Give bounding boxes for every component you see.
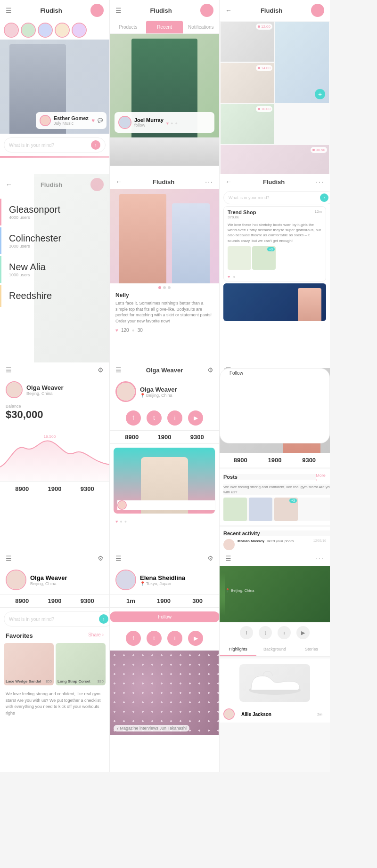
brand-hero: Brand 📍 Beijing, China: [220, 566, 330, 622]
follow-button-2[interactable]: Follow: [110, 611, 220, 622]
post-carousel-dots: [110, 283, 219, 292]
heart-icon[interactable]: ♥: [91, 117, 95, 124]
share-link[interactable]: Share ›: [88, 632, 104, 639]
hamburger-icon-6[interactable]: ☰: [6, 555, 12, 562]
posts-section: Posts More › We love feeling strong and …: [220, 469, 330, 525]
hero-stat-val-2: 1900: [268, 457, 282, 464]
bubble-icon-3: ●: [233, 274, 235, 279]
avatar-2[interactable]: [200, 4, 213, 17]
social-user-location: 📍 Beijing, China: [140, 393, 220, 398]
contact-instagram-button[interactable]: i: [167, 631, 182, 646]
fav-item-2[interactable]: Long Strap Corset $35: [56, 643, 106, 685]
follow-button[interactable]: Follow: [220, 368, 330, 443]
soc-stat-val-2: 1900: [158, 434, 172, 441]
feed-input-bar[interactable]: What is in your mind? ›: [4, 137, 106, 153]
shop-item-4[interactable]: 08.50: [221, 145, 329, 174]
hamburger-icon-8[interactable]: ☰: [225, 555, 231, 562]
avatar[interactable]: [90, 4, 104, 17]
heart-count: 120: [121, 328, 129, 333]
brand-youtube-button[interactable]: ▶: [296, 626, 310, 639]
brand-shoes-section: [220, 659, 330, 706]
post-figure-1: [119, 194, 166, 283]
city-item-3[interactable]: New Alia 1000 users: [0, 256, 109, 283]
city-name-4: Reedshire: [9, 290, 102, 301]
heart-icon-2[interactable]: ♥: [166, 121, 169, 126]
price-badge-1: 12.00: [256, 24, 272, 30]
contact-youtube-button[interactable]: ▶: [188, 631, 203, 646]
youtube-button[interactable]: ▶: [188, 410, 203, 426]
heart-icon-5[interactable]: ♥: [115, 519, 118, 524]
panel-social-feed: ☰ Fludish Esther Gomez July Music ♥ 💬: [0, 0, 110, 174]
fav-item-price-2: $35: [98, 679, 104, 683]
send-button[interactable]: ›: [91, 140, 100, 150]
gear-icon-3[interactable]: ⚙: [98, 555, 104, 562]
gear-icon-2[interactable]: ⚙: [207, 366, 213, 374]
posts-more[interactable]: More ›: [316, 473, 326, 482]
gear-icon[interactable]: ⚙: [98, 366, 104, 374]
tab-recent[interactable]: Recent: [146, 21, 182, 33]
brand-tab-stories[interactable]: Stories: [293, 643, 330, 656]
contact-facebook-button[interactable]: f: [126, 631, 141, 646]
story-avatar-2[interactable]: [21, 23, 36, 38]
city-item-2[interactable]: Colinchester 3000 users: [0, 227, 109, 254]
hamburger-icon-2[interactable]: ☰: [115, 7, 122, 14]
facebook-button[interactable]: f: [126, 410, 141, 426]
city-item-4[interactable]: Reedshire: [0, 285, 109, 307]
back-arrow-icon[interactable]: ←: [225, 7, 232, 14]
back-arrow-3[interactable]: ←: [115, 178, 122, 185]
more-icon-2[interactable]: ···: [316, 178, 324, 185]
topbar-1: ☰ Fludish: [0, 0, 109, 21]
heart-icon-3[interactable]: ♥: [115, 328, 118, 333]
story-avatar-4[interactable]: [55, 23, 70, 38]
hamburger-icon-4[interactable]: ☰: [115, 366, 122, 374]
story-avatar-1[interactable]: [4, 23, 19, 38]
soc-stat-2: 1900: [158, 434, 172, 441]
fav-item-price-1: $55: [46, 679, 52, 683]
shop-item-3[interactable]: 10.00: [221, 104, 274, 144]
tab-notifications[interactable]: Notifications: [183, 21, 219, 33]
more-icon[interactable]: ···: [205, 178, 213, 185]
message-icon[interactable]: 💬: [98, 118, 103, 123]
brand-twitter-button[interactable]: t: [259, 626, 272, 639]
brand-instagram-button[interactable]: i: [278, 626, 291, 639]
shop-item-2[interactable]: 14.00: [221, 63, 274, 103]
instagram-button[interactable]: i: [167, 410, 182, 426]
contact-user-name: Elena Sheidlina: [140, 574, 220, 581]
twitter-button[interactable]: t: [147, 410, 162, 426]
brand-tab-highlights[interactable]: Highlights: [220, 643, 256, 656]
hamburger-icon-7[interactable]: ☰: [115, 555, 122, 562]
back-arrow-2[interactable]: ←: [6, 181, 12, 188]
add-button[interactable]: +: [315, 89, 325, 99]
location-pin-icon-2: 📍: [140, 581, 145, 586]
shop-item-1[interactable]: 12.00: [221, 22, 274, 62]
soc-stat-3: 9300: [190, 434, 204, 441]
fav-item-name-2: Long Strap Corset: [57, 679, 90, 683]
brand-shoe-image: [239, 664, 310, 702]
brand-facebook-button[interactable]: f: [240, 626, 253, 639]
hamburger-icon[interactable]: ☰: [6, 7, 12, 14]
more-dots-2[interactable]: ···: [316, 555, 324, 562]
trend-reactions: ♥ ●: [224, 273, 326, 281]
city-item-1[interactable]: Gleasonport 4000 users: [0, 199, 109, 225]
stat-val-2: 1900: [48, 485, 62, 492]
contact-twitter-button[interactable]: t: [147, 631, 162, 646]
shop-item-tall[interactable]: +: [275, 22, 329, 103]
hamburger-icon-3[interactable]: ☰: [6, 366, 12, 374]
gear-icon-4[interactable]: ⚙: [207, 555, 213, 562]
panel-post-detail: ← Fludish ··· Nelly Let's face it. Somet…: [110, 174, 220, 362]
tab-products[interactable]: Products: [110, 21, 146, 33]
story-avatar-3[interactable]: [38, 23, 53, 38]
profile-main-image: Joel Murray follow ♥ ● ●: [110, 34, 219, 137]
send-button-3[interactable]: ›: [99, 614, 108, 624]
brand-tab-background[interactable]: Background: [256, 643, 293, 656]
back-arrow-4[interactable]: ←: [225, 178, 232, 185]
heart-icon-4[interactable]: ♥: [228, 274, 230, 279]
fav-item-1[interactable]: Lace Wedge Sandal $55: [4, 643, 54, 685]
trend-input-bar[interactable]: What is in your mind? ›: [223, 191, 330, 204]
avatar-3[interactable]: [311, 4, 324, 17]
send-button-2[interactable]: ›: [320, 193, 328, 202]
fav-input-bar[interactable]: What is in your mind? ›: [4, 611, 110, 627]
story-avatar-5[interactable]: [72, 23, 87, 38]
dot-1: [158, 286, 161, 289]
bag-reactions: ♥ ● ●: [110, 517, 220, 526]
